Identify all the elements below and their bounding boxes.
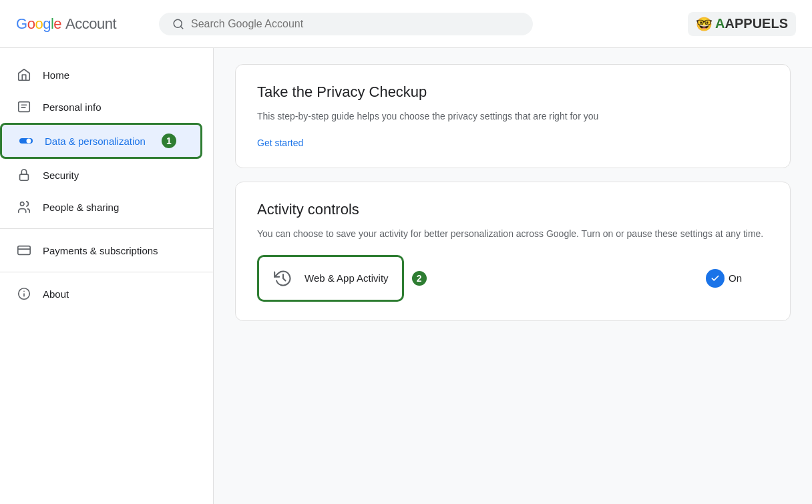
- activity-item-row: Web & App Activity 2 On: [257, 255, 769, 302]
- card-icon: [16, 242, 32, 258]
- activity-controls-description: You can choose to save your activity for…: [257, 226, 769, 241]
- svg-rect-2: [19, 102, 30, 112]
- logo-account-text: Account: [65, 15, 116, 33]
- sidebar: Home Personal info Data &: [0, 48, 214, 504]
- svg-point-9: [21, 202, 25, 206]
- svg-rect-8: [20, 174, 29, 180]
- sidebar-divider: [0, 228, 213, 229]
- appuels-logo: 🤓 AAPPUELS: [688, 12, 796, 36]
- sidebar-item-payments[interactable]: Payments & subscriptions: [0, 234, 202, 266]
- sidebar-item-about-label: About: [43, 288, 69, 300]
- svg-point-7: [27, 139, 31, 144]
- sidebar-item-payments-label: Payments & subscriptions: [43, 245, 158, 256]
- sidebar-divider-2: [0, 272, 213, 272]
- privacy-checkup-title: Take the Privacy Checkup: [257, 83, 769, 101]
- privacy-checkup-description: This step-by-step guide helps you choose…: [257, 109, 769, 123]
- history-icon: [272, 268, 294, 289]
- on-check-icon: [706, 269, 725, 288]
- header: Google Account 🤓 AAPPUELS: [0, 0, 812, 48]
- google-account-logo: Google Account: [16, 15, 116, 33]
- on-status-badge: On: [706, 269, 742, 288]
- main-layout: Home Personal info Data &: [0, 48, 812, 504]
- sidebar-item-people-sharing-label: People & sharing: [43, 202, 119, 213]
- search-input[interactable]: [191, 18, 520, 30]
- activity-controls-title: Activity controls: [257, 201, 769, 218]
- sidebar-item-data-personalization-label: Data & personalization: [45, 136, 146, 147]
- sidebar-item-data-personalization[interactable]: Data & personalization 1: [0, 123, 202, 159]
- appuels-icon: 🤓: [696, 16, 713, 32]
- home-icon: [16, 67, 32, 83]
- sidebar-item-security-label: Security: [43, 170, 79, 181]
- person-icon: [16, 99, 32, 115]
- web-app-activity-label: Web & App Activity: [304, 272, 389, 284]
- svg-rect-10: [18, 246, 30, 255]
- search-bar[interactable]: [159, 13, 533, 35]
- sidebar-item-home[interactable]: Home: [0, 59, 202, 91]
- sidebar-item-home-label: Home: [43, 69, 69, 81]
- people-icon: [16, 199, 32, 215]
- get-started-link[interactable]: Get started: [257, 138, 303, 148]
- svg-line-1: [181, 26, 183, 28]
- main-content: Take the Privacy Checkup This step-by-st…: [214, 48, 812, 504]
- search-icon: [172, 18, 184, 30]
- sidebar-item-security[interactable]: Security: [0, 159, 202, 191]
- lock-icon: [16, 167, 32, 183]
- sidebar-item-people-sharing[interactable]: People & sharing: [0, 191, 202, 223]
- activity-badge-2: 2: [412, 271, 427, 286]
- activity-controls-card: Activity controls You can choose to save…: [235, 182, 791, 320]
- on-label: On: [729, 272, 742, 284]
- toggle-icon: [18, 133, 34, 149]
- sidebar-badge-1: 1: [162, 134, 176, 148]
- privacy-checkup-card: Take the Privacy Checkup This step-by-st…: [235, 64, 791, 168]
- sidebar-item-about[interactable]: About: [0, 278, 202, 310]
- web-app-activity-item[interactable]: Web & App Activity: [257, 255, 404, 302]
- info-icon: [16, 286, 32, 302]
- header-right: 🤓 AAPPUELS: [688, 12, 796, 36]
- sidebar-item-personal-info[interactable]: Personal info: [0, 91, 202, 123]
- sidebar-item-personal-info-label: Personal info: [43, 101, 102, 113]
